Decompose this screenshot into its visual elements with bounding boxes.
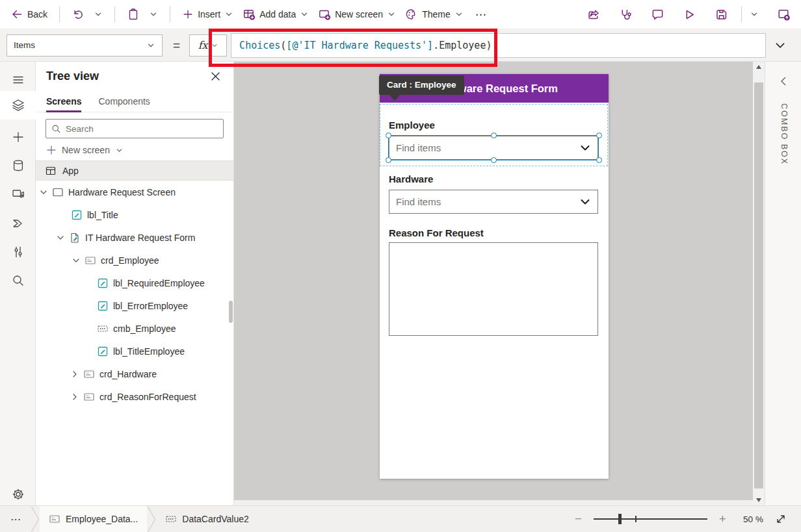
zoom-slider-thumb[interactable] xyxy=(618,514,622,524)
chevron-collapsed-icon[interactable] xyxy=(71,370,79,378)
publish-button[interactable] xyxy=(776,5,792,24)
tree-search-box[interactable] xyxy=(46,119,224,138)
save-split-chevron[interactable] xyxy=(748,7,760,21)
tab-components[interactable]: Components xyxy=(98,90,150,112)
share-button[interactable] xyxy=(586,5,602,24)
tree-item-crd-employee[interactable]: crd_Employee xyxy=(36,249,233,272)
chevron-down-icon xyxy=(387,10,396,19)
tree-view-tabs: Screens Components xyxy=(36,90,233,112)
paste-button[interactable] xyxy=(125,5,141,23)
tab-screens[interactable]: Screens xyxy=(46,90,81,112)
zoom-out-button[interactable]: − xyxy=(570,512,587,526)
tree-item-cmb-employee[interactable]: cmb_Employee xyxy=(36,317,233,340)
tree-item-label: lbl_RequiredEmployee xyxy=(113,278,205,288)
add-data-button[interactable]: Add data xyxy=(241,5,310,23)
expand-properties-button[interactable] xyxy=(765,62,801,86)
fx-label: fx xyxy=(198,39,208,51)
tree-item-label: lbl_Title xyxy=(87,210,118,220)
tree-item-app[interactable]: App xyxy=(36,160,233,181)
breadcrumb-label: DataCardValue2 xyxy=(182,514,248,524)
breadcrumb-overflow-button[interactable]: ⋯ xyxy=(0,513,31,526)
chevron-down-icon xyxy=(149,10,158,19)
tree-item-label: crd_ReasonForRequest xyxy=(99,392,196,402)
back-button[interactable]: Back xyxy=(9,5,49,23)
theme-button[interactable]: Theme xyxy=(404,5,465,23)
property-selector[interactable]: Items xyxy=(7,34,163,57)
tree-item-crd-reasonforrequest[interactable]: crd_ReasonForRequest xyxy=(36,385,233,408)
database-icon xyxy=(11,158,25,173)
chevron-collapsed-icon[interactable] xyxy=(71,393,79,401)
formula-function: Choices xyxy=(239,40,280,51)
chevron-expanded-icon[interactable] xyxy=(40,188,47,196)
screen-artboard[interactable]: IT Hardware Request Form Card : Employee… xyxy=(380,74,609,479)
employee-combobox[interactable]: Find items xyxy=(389,136,598,160)
tree-item-hardware-request-screen[interactable]: Hardware Request Screen xyxy=(36,181,233,203)
hardware-combobox[interactable]: Find items xyxy=(389,190,598,214)
chevron-expanded-icon[interactable] xyxy=(72,257,80,264)
fit-to-window-button[interactable] xyxy=(775,513,787,525)
insert-button[interactable]: Insert xyxy=(181,6,235,23)
media-nav-button[interactable] xyxy=(0,181,36,207)
tree-item-crd-hardware[interactable]: crd_Hardware xyxy=(36,362,233,385)
tree-item-it-hardware-request-form[interactable]: IT Hardware Request Form xyxy=(36,226,233,249)
card-icon xyxy=(85,255,96,266)
settings-button[interactable] xyxy=(0,481,36,507)
breadcrumb-datacardvalue2[interactable]: DataCardValue2 xyxy=(156,506,257,532)
zoom-percentage-value: 50 xyxy=(743,514,753,524)
formula-input[interactable]: Choices([@'IT Hardware Requests'].Employ… xyxy=(231,33,766,58)
tree-view-title: Tree view xyxy=(46,70,208,83)
undo-button[interactable] xyxy=(70,5,86,23)
left-navigation-rail xyxy=(0,62,36,532)
tree-item-lbl-erroremployee[interactable]: lbl_ErrorEmployee xyxy=(36,294,233,317)
advanced-tools-nav-button[interactable] xyxy=(0,239,36,265)
divider xyxy=(59,6,60,22)
breadcrumb-employee-datacard[interactable]: Employee_Data... xyxy=(40,506,147,532)
chevron-down-icon xyxy=(750,10,759,19)
canvas-horizontal-scrollbar[interactable] xyxy=(234,500,753,505)
preview-button[interactable] xyxy=(681,5,698,24)
scrollbar-thumb[interactable] xyxy=(754,82,763,488)
paste-split-chevron[interactable] xyxy=(148,7,159,21)
fx-button[interactable]: fx xyxy=(189,34,227,57)
chevron-down-icon[interactable] xyxy=(579,196,591,208)
canvas-area[interactable]: IT Hardware Request Form Card : Employee… xyxy=(234,62,753,500)
reason-textarea[interactable] xyxy=(389,242,598,336)
tree-item-lbl-requiredemployee[interactable]: lbl_RequiredEmployee xyxy=(36,272,233,294)
insert-label: Insert xyxy=(198,9,220,19)
formula-bar: Items = fx Choices([@'IT Hardware Reques… xyxy=(0,29,801,62)
undo-split-chevron[interactable] xyxy=(92,7,104,21)
scroll-up-button[interactable] xyxy=(753,62,765,72)
plus-icon xyxy=(11,130,25,144)
tree-item-lbl-titleemployee[interactable]: lbl_TitleEmployee xyxy=(36,340,233,362)
chevron-expanded-icon[interactable] xyxy=(57,234,64,242)
menu-button[interactable] xyxy=(0,67,36,93)
search-input[interactable] xyxy=(66,124,218,134)
insert-nav-button[interactable] xyxy=(0,124,36,150)
tree-item-lbl-title[interactable]: lbl_Title xyxy=(36,203,233,226)
canvas-vertical-scrollbar[interactable] xyxy=(753,62,765,505)
save-button[interactable] xyxy=(713,5,729,24)
zoom-slider[interactable] xyxy=(594,514,707,524)
app-checker-button[interactable] xyxy=(618,5,634,24)
label-icon xyxy=(97,300,109,312)
comments-button[interactable] xyxy=(650,5,666,24)
tree-item-label: lbl_ErrorEmployee xyxy=(113,301,188,311)
tree-view-nav-button[interactable] xyxy=(0,91,36,120)
power-automate-nav-button[interactable] xyxy=(0,210,36,236)
tree-vertical-scrollbar[interactable] xyxy=(229,301,233,323)
zoom-slider-tick xyxy=(635,516,637,522)
new-screen-menu-button[interactable]: New screen xyxy=(36,138,233,160)
chevron-down-icon[interactable] xyxy=(579,142,591,154)
zoom-in-button[interactable]: + xyxy=(714,512,731,526)
search-nav-button[interactable] xyxy=(0,268,36,294)
back-arrow-icon xyxy=(10,8,23,21)
collapsed-panel-label: COMBO BOX xyxy=(778,103,789,165)
new-screen-button[interactable]: New screen xyxy=(317,5,397,23)
formula-bar-expand-button[interactable] xyxy=(766,40,794,51)
data-nav-button[interactable] xyxy=(0,153,36,179)
card-icon xyxy=(83,391,95,403)
close-tree-view-button[interactable] xyxy=(208,69,223,84)
scroll-down-button[interactable] xyxy=(753,495,765,505)
toolbar-overflow-button[interactable]: ⋯ xyxy=(471,8,490,21)
chevron-down-icon xyxy=(224,10,233,19)
